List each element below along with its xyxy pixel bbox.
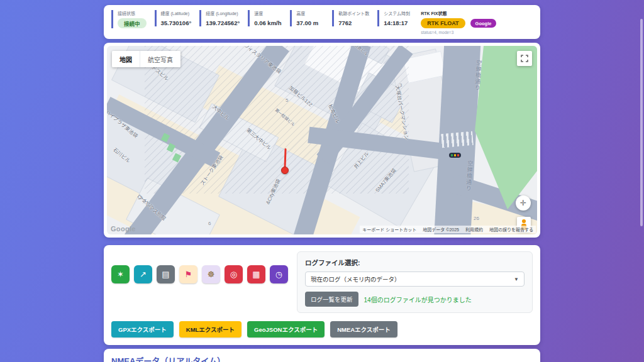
- block-number: 3: [399, 82, 402, 88]
- log-file-select[interactable]: 現在のログ（メモリ内のデータ） ▼: [305, 272, 525, 287]
- gps-position-marker[interactable]: [281, 167, 289, 174]
- status-track-points: 軌跡ポイント数 7762: [332, 10, 369, 26]
- traffic-light-icon: [449, 153, 461, 158]
- rtk-detail: status=4, mode=3: [421, 30, 496, 35]
- refresh-log-list-button[interactable]: ログ一覧を更新: [305, 292, 358, 307]
- nmea-title: NMEAデータ（リアルタイム）: [111, 354, 533, 362]
- gpx-export-button[interactable]: GPXエクスポート: [111, 321, 174, 337]
- satellite-icon[interactable]: ✶: [111, 265, 130, 283]
- rtk-label: RTK FIX状態: [421, 10, 496, 16]
- crosswalk: [441, 131, 474, 148]
- google-logo: Google: [111, 225, 136, 233]
- clock-icon[interactable]: ◷: [270, 265, 288, 283]
- status-altitude: 高度 37.00 m: [290, 10, 324, 26]
- google-provider-badge: Google: [470, 19, 497, 28]
- status-bar: 接続状態 接続中 緯度 (Latitude) 35.730106° 経度 (Lo…: [104, 5, 540, 39]
- status-rtk: RTK FIX状態 RTK FLOAT Google status=4, mod…: [419, 10, 496, 35]
- compass-icon[interactable]: ☸: [202, 265, 220, 283]
- map-type-map-button[interactable]: 地図: [112, 51, 140, 67]
- map-type-switcher: 地図 航空写真: [112, 51, 180, 67]
- geojson-export-button[interactable]: GeoJSONエクスポート: [247, 321, 325, 337]
- keyboard-shortcuts-link[interactable]: キーボード ショートカット: [362, 226, 416, 233]
- chevron-down-icon: ▼: [514, 277, 519, 282]
- log-result-text: 14個のログファイルが見つかりました: [364, 295, 472, 304]
- map-type-satellite-button[interactable]: 航空写真: [140, 51, 180, 67]
- rtk-status-badge: RTK FLOAT: [421, 18, 465, 28]
- fullscreen-button[interactable]: [517, 51, 532, 66]
- pin-icon[interactable]: ⚑: [179, 265, 197, 283]
- log-select-value: 現在のログ（メモリ内のデータ）: [311, 275, 401, 283]
- page-scrollbar[interactable]: [640, 19, 643, 226]
- connection-badge: 接続中: [118, 18, 147, 28]
- nmea-panel: NMEAデータ（リアルタイム） [14:18:18] $GBGSV,2,1,05…: [104, 349, 540, 362]
- status-speed: 速度 0.06 km/h: [248, 10, 282, 26]
- block-number: 5: [286, 97, 288, 103]
- report-error-link[interactable]: 地図の誤りを報告する: [489, 226, 533, 233]
- terms-link[interactable]: 利用規約: [465, 226, 483, 233]
- map-card: ロードスビル ウィスタリア東池袋 加藤ビル122 ハイプラザ東池袋 石川ビル 大…: [104, 43, 540, 238]
- page-container: 接続状態 接続中 緯度 (Latitude) 35.730106° 経度 (Lo…: [104, 0, 540, 362]
- map-attribution: キーボード ショートカット 地図データ ©2025 利用規約 地図の誤りを報告す…: [360, 226, 536, 233]
- kml-export-button[interactable]: KMLエクスポート: [179, 321, 242, 337]
- google-map[interactable]: ロードスビル ウィスタリア東池袋 加藤ビル122 ハイプラザ東池袋 石川ビル 大…: [107, 46, 537, 234]
- map-data-text: 地図データ ©2025: [423, 226, 459, 233]
- pan-cross-icon: ✛: [520, 199, 526, 207]
- connection-label: 接続状態: [118, 10, 147, 16]
- pegman-icon: [522, 219, 526, 223]
- block-number: 6: [208, 221, 211, 226]
- pan-control-button[interactable]: ✛: [516, 195, 531, 211]
- log-file-panel: ログファイル選択: 現在のログ（メモリ内のデータ） ▼ ログ一覧を更新 14個の…: [297, 251, 533, 313]
- tool-icon-row: ✶ ↗ ▤ ⚑ ☸ ◎ ▦ ◷: [111, 265, 288, 287]
- status-system-time: システム時刻 14:18:17: [377, 10, 411, 26]
- status-latitude: 緯度 (Latitude) 35.730106°: [155, 10, 192, 26]
- status-longitude: 経度 (Longitude) 139.724562°: [199, 10, 240, 26]
- fullscreen-icon: [521, 55, 528, 62]
- block-number: 26: [474, 216, 479, 221]
- log-select-label: ログファイル選択:: [305, 258, 525, 267]
- clipboard-icon[interactable]: ▤: [157, 265, 175, 283]
- export-button-row: GPXエクスポート KMLエクスポート GeoJSONエクスポート NMEAエク…: [111, 321, 533, 337]
- chart-icon[interactable]: ↗: [134, 265, 152, 283]
- log-export-panel: ✶ ↗ ▤ ⚑ ☸ ◎ ▦ ◷ ログファイル選択: 現在のログ（メモリ内のデータ…: [104, 245, 540, 345]
- status-connection: 接続状態 接続中: [111, 10, 147, 28]
- trash-icon[interactable]: ▦: [247, 265, 265, 283]
- target-icon[interactable]: ◎: [225, 265, 243, 283]
- nmea-export-button[interactable]: NMEAエクスポート: [330, 321, 397, 337]
